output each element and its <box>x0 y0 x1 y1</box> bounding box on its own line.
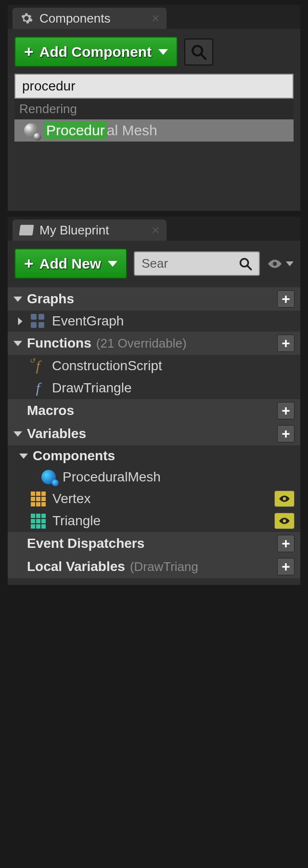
section-variables[interactable]: Variables + <box>8 422 300 445</box>
close-icon[interactable]: ✕ <box>151 224 160 237</box>
component-search-popup: Rendering Procedural Mesh <box>14 74 294 142</box>
item-vertex[interactable]: Vertex <box>8 488 300 510</box>
blueprint-tree: Graphs + EventGraph Functions (21 Overri… <box>8 285 300 585</box>
add-local-variable-button[interactable]: + <box>277 558 295 575</box>
svg-point-5 <box>283 497 286 501</box>
component-search-input[interactable] <box>14 74 294 99</box>
highlight-text: Procedur <box>44 121 107 139</box>
search-toggle-button[interactable] <box>184 39 213 65</box>
function-override-icon: f <box>31 358 45 374</box>
search-icon <box>191 44 207 60</box>
expand-icon <box>19 453 28 459</box>
tab-title: Components <box>39 11 110 26</box>
section-label: Functions <box>27 336 91 351</box>
item-constructionscript[interactable]: f ConstructionScript <box>8 355 300 377</box>
item-label: Triangle <box>52 513 101 529</box>
item-label: Vertex <box>52 491 90 506</box>
add-macro-button[interactable]: + <box>277 402 295 419</box>
array-icon <box>31 514 46 529</box>
item-label: DrawTriangle <box>52 380 131 396</box>
component-result-procedural-mesh[interactable]: Procedural Mesh <box>14 119 294 142</box>
add-new-label: Add New <box>39 256 101 272</box>
mesh-icon <box>24 123 38 138</box>
plus-icon: + <box>24 42 34 61</box>
tab-strip: Components ✕ <box>8 5 300 29</box>
components-body <box>8 148 300 211</box>
blueprint-icon <box>19 223 34 237</box>
search-icon <box>239 257 252 271</box>
function-icon: f <box>31 380 45 396</box>
close-icon[interactable]: ✕ <box>151 13 160 25</box>
section-event-dispatchers[interactable]: Event Dispatchers + <box>8 532 300 555</box>
blueprint-search-input[interactable]: Sear <box>134 251 260 276</box>
section-components[interactable]: Components <box>8 445 300 466</box>
my-blueprint-panel: My Blueprint ✕ + Add New Sear <box>7 216 301 586</box>
graph-icon <box>31 314 45 328</box>
plus-icon: + <box>24 254 34 273</box>
section-label: Macros <box>27 403 74 418</box>
component-category-label: Rendering <box>14 99 294 119</box>
item-label: ProceduralMesh <box>63 469 161 485</box>
item-triangle[interactable]: Triangle <box>8 510 300 532</box>
components-panel: Components ✕ + Add Component Rendering P… <box>7 4 301 212</box>
section-label: Graphs <box>27 291 74 307</box>
section-label: Local Variables <box>27 559 125 574</box>
eye-icon <box>267 258 283 270</box>
item-proceduralmesh[interactable]: ProceduralMesh <box>8 466 300 488</box>
section-label: Event Dispatchers <box>27 536 144 551</box>
item-eventgraph[interactable]: EventGraph <box>8 311 300 332</box>
section-suffix: (DrawTriang <box>130 559 198 574</box>
section-label: Variables <box>27 426 86 441</box>
section-suffix: (21 Overridable) <box>96 336 187 351</box>
section-label: Components <box>33 448 115 464</box>
expand-icon <box>13 341 22 346</box>
section-functions[interactable]: Functions (21 Overridable) + <box>8 332 300 355</box>
add-new-button[interactable]: + Add New <box>14 248 127 279</box>
add-dispatcher-button[interactable]: + <box>277 535 295 552</box>
add-function-button[interactable]: + <box>277 335 295 352</box>
gear-icon <box>19 11 34 26</box>
expand-icon <box>13 431 22 437</box>
tab-title: My Blueprint <box>39 223 109 238</box>
tab-strip: My Blueprint ✕ <box>8 217 300 241</box>
visibility-toggle[interactable] <box>274 513 295 529</box>
array-icon <box>31 492 46 506</box>
svg-point-4 <box>273 261 277 266</box>
svg-point-6 <box>283 519 286 523</box>
section-local-variables[interactable]: Local Variables (DrawTriang + <box>8 555 300 578</box>
chevron-down-icon <box>286 261 294 266</box>
chevron-down-icon <box>158 49 168 55</box>
svg-line-3 <box>247 265 251 269</box>
section-macros[interactable]: Macros + <box>8 399 300 422</box>
add-component-button[interactable]: + Add Component <box>14 37 178 67</box>
search-placeholder: Sear <box>141 256 235 271</box>
add-component-label: Add Component <box>39 44 152 60</box>
chevron-down-icon <box>108 261 117 267</box>
expand-icon <box>18 317 23 325</box>
add-variable-button[interactable]: + <box>277 425 295 442</box>
add-graph-button[interactable]: + <box>277 290 295 308</box>
item-label: EventGraph <box>52 313 124 329</box>
blueprint-toolbar: + Add New Sear <box>8 241 300 285</box>
view-options-button[interactable] <box>267 258 294 270</box>
tab-my-blueprint[interactable]: My Blueprint ✕ <box>13 220 167 241</box>
item-drawtriangle[interactable]: f DrawTriangle <box>8 377 300 399</box>
components-toolbar: + Add Component <box>8 29 300 74</box>
section-graphs[interactable]: Graphs + <box>8 287 300 311</box>
component-icon <box>41 470 56 484</box>
expand-icon <box>13 297 22 302</box>
component-result-text: Procedural Mesh <box>44 122 157 139</box>
tab-components[interactable]: Components ✕ <box>13 8 167 29</box>
visibility-toggle[interactable] <box>274 491 295 507</box>
svg-line-1 <box>201 54 205 59</box>
item-label: ConstructionScript <box>52 358 162 374</box>
